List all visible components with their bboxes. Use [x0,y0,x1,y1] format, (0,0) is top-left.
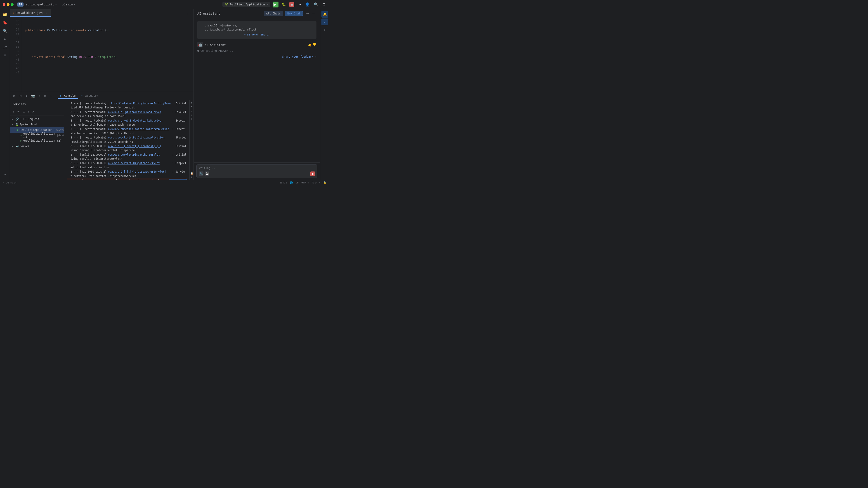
tab-petvalidator[interactable]: ☕ PetValidator.java ✕ [10,9,51,17]
share-button[interactable]: ↑ [37,94,41,98]
rerun-button[interactable]: ↺ [12,94,17,98]
settings-console-button[interactable]: ⚙ [42,94,48,98]
console-tab-label: Console [64,94,76,97]
tree-item-http[interactable]: ▶ 🔗 HTTP Request [10,116,64,122]
far-sidebar-ai[interactable]: ✦ [321,19,328,25]
ai-header-icons: ⋯ — [305,11,316,16]
dispatcher-filter-link[interactable]: o.a.c.c.C.[.[.[/].[dispatcherServlet] [108,170,166,173]
console-icon: ▶ [60,94,61,97]
group-button[interactable]: ⊞ [22,109,26,114]
livereload-link[interactable]: o.s.b.d.a.OptionalLiveReloadServer [108,110,161,113]
editor-options-button[interactable]: ⋯ [186,11,192,17]
ai-input-box[interactable]: Waiting... 📎 💾 ■ [196,164,317,178]
editor-scrollbar[interactable] [192,17,193,92]
project-name[interactable]: spring-petclinic ▾ [26,3,57,6]
restart-button[interactable]: ↻ [18,94,23,98]
run-configuration[interactable]: 🌱 PetClinicApplication ▾ [222,2,270,7]
tree-item-petclinic-1[interactable]: ⚙ PetClinicApplication (1) [devtools] [10,133,64,138]
expand-button[interactable]: ↑ [27,109,31,114]
add-service-button[interactable]: + [12,109,16,114]
line-ending[interactable]: LF [296,181,299,184]
close-services-button[interactable]: ✕ [31,109,35,114]
run-button[interactable]: ▶ [273,2,278,7]
sidebar-item-find[interactable]: 🔍 [1,27,8,34]
scroll-down-button[interactable]: ▼ [190,105,193,108]
status-branch: ⎇ main [6,181,17,184]
tab-console[interactable]: ▶ Console [58,93,78,99]
ai-attach-icon[interactable]: 📎 [199,171,204,176]
branch-badge[interactable]: ⎇ main ▾ [61,3,75,6]
filter-scroll[interactable]: ≡ [191,117,193,121]
view-options-button[interactable]: 👁 [16,109,21,114]
ai-input-area: Waiting... 📎 💾 ■ [194,162,320,180]
bottom-main: Services + 👁 ⊞ ↑ ✕ ▶ 🔗 HTTP Request [10,100,193,180]
ai-code-message: .java:33) ~[main/:na] at java.base/jdk.i… [197,21,316,39]
tab-actuator[interactable]: ~ Actuator [79,93,101,99]
tree-item-spring-boot[interactable]: ▼ 🍃 Spring Boot [10,122,64,127]
project-dropdown-icon[interactable]: ▾ [55,3,57,6]
encoding[interactable]: UTF-8 [301,181,309,184]
tree-item-docker[interactable]: ▶ 🐳 Docker [10,143,64,149]
minimize-traffic-light[interactable] [7,3,9,6]
services-panel: Services + 👁 ⊞ ↑ ✕ ▶ 🔗 HTTP Request [10,100,64,180]
settings-button[interactable]: ⚙ [321,1,327,7]
fullscreen-traffic-light[interactable] [11,3,13,6]
petclinic-app-link[interactable]: o.s.s.petclinic.PetClinicApplication [108,136,164,139]
branch-dropdown-icon[interactable]: ▾ [74,3,75,6]
tab-close-button[interactable]: ✕ [45,11,48,14]
far-sidebar-vcs[interactable]: ↕ [321,26,328,33]
sidebar-item-more[interactable]: ⋯ [1,171,8,178]
tomcat-localhost-link[interactable]: o.a.c.c.C.[Tomcat].[localhost].[/] [108,144,161,148]
more-run-options[interactable]: ⋯ [297,1,302,7]
far-sidebar-notifications[interactable]: 🔔 [321,11,328,18]
share-feedback-link[interactable]: Share your feedback ↗ [197,54,316,60]
scroll-down-alt[interactable]: ↓ [191,113,193,117]
ai-tab-new-chat[interactable]: New Chat [285,11,303,16]
search-button[interactable]: 🔍 [313,1,319,7]
code-line-36 [25,81,188,86]
ai-messages: .java:33) ~[main/:na] at java.base/jdk.i… [194,18,320,162]
scroll-up-alt[interactable]: ↑ [191,109,193,113]
instance-icon-2: ⚙ [20,139,22,142]
stop-console-button[interactable]: ■ [24,94,29,98]
ai-response-label: AI Assistant [205,43,226,46]
thumbs-down-button[interactable]: 👎 [313,43,316,46]
sidebar-item-structure[interactable]: ≡ [1,52,8,59]
dispatcher-servlet-link-2[interactable]: o.s.web.servlet.DispatcherServlet [108,162,160,165]
scroll-up-button[interactable]: ▲ [190,101,193,104]
sidebar-item-run[interactable]: ▶ [1,35,8,42]
jpa-link[interactable]: j.LocalContainerEntityManagerFactoryBean [108,102,170,105]
ai-more-lines-button[interactable]: ∨ 51 more line(s) [200,33,314,37]
app-config-dropdown[interactable]: ▾ [266,3,268,6]
copy-button[interactable]: 📋 [190,172,193,175]
trash-button[interactable]: 🗑 [190,175,193,179]
tree-item-petclinic-2[interactable]: ⚙ PetClinicApplication (2) [10,138,64,143]
sidebar-item-project[interactable]: 📁 [1,11,8,18]
sidebar-item-git[interactable]: ⎇ [1,43,8,51]
indent-indicator[interactable]: Tab* ↑ [311,181,320,184]
close-traffic-light[interactable] [3,3,5,6]
tomcat-link[interactable]: o.s.b.w.embedded.tomcat.TomcatWebServer [108,127,169,131]
ai-stop-button[interactable]: ■ [310,171,315,176]
screenshot-button[interactable]: 📷 [30,94,36,98]
tree-item-petclinic-app[interactable]: ▶ PetClinicApplication [devtools] :8080/ [10,127,64,133]
cursor-position[interactable]: 29:21 [280,181,287,184]
ai-tab-all-chats[interactable]: All Chats [264,11,283,16]
debug-button[interactable]: 🐛 [281,1,287,7]
docker-label: Docker [20,144,29,148]
petclinic-1-label: PetClinicApplication (1) [22,132,55,138]
code-editor[interactable]: 32 33 34 35 36 37 38 39 40 41 42 43 44 p… [10,17,192,92]
ai-minimize-button[interactable]: — [311,11,316,16]
stop-button[interactable]: ■ [289,2,294,7]
sidebar-item-bookmarks[interactable]: 🔖 [1,19,8,26]
more-console-button[interactable]: ⋯ [49,94,55,98]
spring-boot-icon: 🍃 [16,123,19,126]
ai-save-icon[interactable]: 💾 [205,171,209,176]
ai-more-button[interactable]: ⋯ [305,11,310,16]
ai-response-block: 🤖 AI Assistant 👍 👎 Generating Answer... [197,42,316,53]
console-output[interactable]: 8 --- [ restartedMain] j.LocalContainerE… [64,100,189,180]
profile-button[interactable]: 👤 [304,1,311,7]
thumbs-up-button[interactable]: 👍 [308,43,312,46]
dispatcher-servlet-link-1[interactable]: o.s.web.servlet.DispatcherServlet [108,153,160,156]
endpoint-link[interactable]: o.s.b.a.e.web.EndpointLinksResolver [108,119,163,122]
